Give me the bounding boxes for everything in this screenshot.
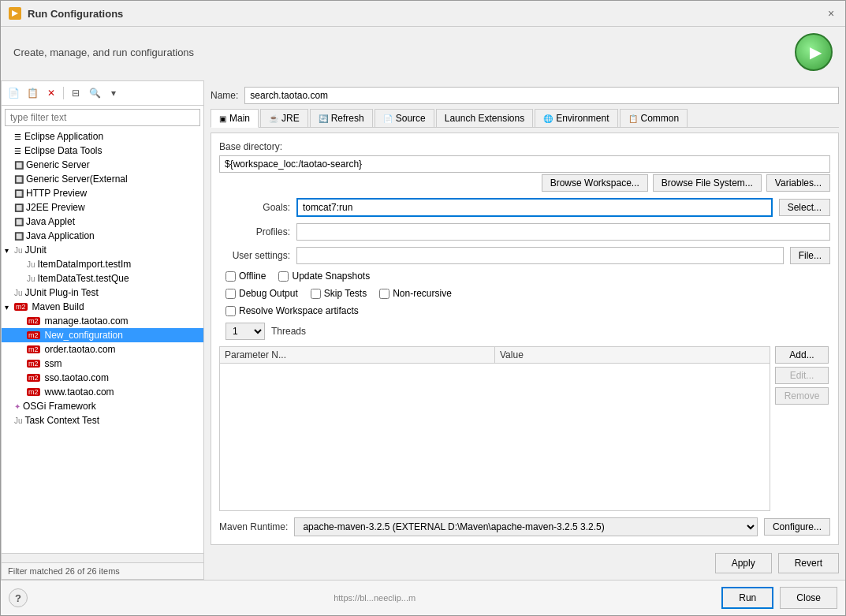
- tree-item-itemdatatest[interactable]: Ju ItemDataTest.testQue: [2, 271, 203, 286]
- update-snapshots-label: Update Snapshots: [292, 271, 370, 282]
- tree-item-www-taotao[interactable]: m2 www.taotao.com: [2, 385, 203, 399]
- debug-output-checkbox-label[interactable]: Debug Output: [225, 288, 298, 299]
- tree-item-label: www.taotao.com: [45, 386, 114, 398]
- new-config-button[interactable]: 📄: [5, 84, 22, 102]
- profiles-input[interactable]: [296, 223, 830, 241]
- tree-item-osgi-framework[interactable]: ✦ OSGi Framework: [2, 399, 203, 413]
- base-directory-input[interactable]: [219, 155, 830, 173]
- checkboxes-row-1: Offline Update Snapshots: [219, 271, 830, 282]
- resolve-workspace-checkbox-label[interactable]: Resolve Workspace artifacts: [225, 305, 359, 316]
- revert-button[interactable]: Revert: [778, 553, 839, 573]
- main-content: 📄 📋 ✕ ⊟ 🔍 ▾ ☰ Eclipse Application ☰: [1, 80, 845, 580]
- tree-item-junit-plugin[interactable]: Ju JUnit Plug-in Test: [2, 286, 203, 300]
- tree-item-eclipse-data[interactable]: ☰ Eclipse Data Tools: [2, 144, 203, 158]
- tab-jre[interactable]: ☕ JRE: [260, 109, 308, 127]
- close-window-button[interactable]: ×: [825, 7, 837, 20]
- run-button[interactable]: Run: [721, 587, 773, 609]
- tree-item-eclipse-app[interactable]: ☰ Eclipse Application: [2, 129, 203, 144]
- checkboxes-row-2: Debug Output Skip Tests Non-recursive: [219, 288, 830, 299]
- tree-item-new-configuration[interactable]: m2 New_configuration: [2, 328, 203, 342]
- browse-filesystem-button[interactable]: Browse File System...: [653, 174, 762, 192]
- maven-runtime-row: Maven Runtime: apache-maven-3.2.5 (EXTER…: [219, 517, 830, 536]
- tree-item-junit[interactable]: ▾ Ju JUnit: [2, 243, 203, 257]
- tree-item-label: OSGi Framework: [23, 401, 96, 412]
- user-settings-label: User settings:: [219, 250, 290, 261]
- help-button[interactable]: ?: [9, 588, 28, 607]
- offline-checkbox[interactable]: [225, 271, 236, 282]
- tab-common[interactable]: 📋 Common: [620, 109, 688, 127]
- filter-input[interactable]: [5, 109, 200, 126]
- skip-tests-checkbox-label[interactable]: Skip Tests: [311, 288, 367, 299]
- offline-label: Offline: [239, 271, 266, 282]
- window-title: Run Configurations: [28, 8, 825, 20]
- tree-item-label: HTTP Preview: [26, 188, 87, 199]
- goals-select-button[interactable]: Select...: [779, 199, 830, 216]
- horizontal-scrollbar[interactable]: [2, 553, 203, 562]
- tab-env-label: Environment: [556, 113, 609, 124]
- variables-button[interactable]: Variables...: [766, 174, 830, 192]
- tab-launch-extensions[interactable]: Launch Extensions: [436, 109, 533, 127]
- non-recursive-checkbox[interactable]: [379, 289, 389, 299]
- run-configurations-window: Run Configurations × Create, manage, and…: [0, 0, 846, 616]
- file-button[interactable]: File...: [790, 247, 830, 264]
- tree-item-generic-server[interactable]: 🔲 Generic Server: [2, 158, 203, 172]
- tree-item-sso-taotao[interactable]: m2 sso.taotao.com: [2, 371, 203, 385]
- item-icon: ✦: [14, 402, 20, 411]
- tree-item-itemdataimport[interactable]: Ju ItemDataImport.testIm: [2, 257, 203, 271]
- tab-source[interactable]: 📄 Source: [375, 109, 434, 127]
- close-button[interactable]: Close: [780, 587, 837, 609]
- tab-main[interactable]: ▣ Main: [211, 109, 259, 128]
- tree-item-generic-server-ext[interactable]: 🔲 Generic Server(External: [2, 172, 203, 186]
- user-settings-input[interactable]: [296, 247, 784, 264]
- update-snapshots-checkbox-label[interactable]: Update Snapshots: [278, 271, 370, 282]
- browse-workspace-button[interactable]: Browse Workspace...: [542, 174, 648, 192]
- tree-item-ssm[interactable]: m2 ssm: [2, 357, 203, 371]
- name-row: Name:: [211, 87, 839, 104]
- maven-runtime-select[interactable]: apache-maven-3.2.5 (EXTERNAL D:\Maven\ap…: [294, 517, 758, 536]
- dropdown-button[interactable]: ▾: [105, 84, 122, 102]
- debug-output-checkbox[interactable]: [225, 289, 236, 299]
- configure-button[interactable]: Configure...: [764, 518, 830, 536]
- left-toolbar: 📄 📋 ✕ ⊟ 🔍 ▾: [2, 81, 203, 106]
- config-tree: ☰ Eclipse Application ☰ Eclipse Data Too…: [2, 129, 203, 553]
- toolbar-separator: [63, 87, 64, 99]
- tree-item-java-applet[interactable]: 🔲 Java Applet: [2, 215, 203, 229]
- run-close-buttons: Run Close: [721, 587, 837, 609]
- remove-param-button[interactable]: Remove: [775, 387, 829, 405]
- tree-item-label: New_configuration: [45, 330, 123, 341]
- tree-item-j2ee-preview[interactable]: 🔲 J2EE Preview: [2, 200, 203, 215]
- item-icon: m2: [27, 331, 40, 339]
- tab-source-icon: 📄: [383, 114, 393, 123]
- tree-item-http-preview[interactable]: 🔲 HTTP Preview: [2, 186, 203, 200]
- threads-label: Threads: [271, 326, 306, 337]
- tree-item-maven-build[interactable]: ▾ m2 Maven Build: [2, 300, 203, 314]
- browse-buttons-row: Browse Workspace... Browse File System..…: [219, 174, 830, 192]
- tab-refresh[interactable]: 🔄 Refresh: [310, 109, 373, 127]
- add-param-button[interactable]: Add...: [775, 346, 829, 364]
- checkboxes-row-3: Resolve Workspace artifacts: [219, 305, 830, 316]
- non-recursive-checkbox-label[interactable]: Non-recursive: [379, 288, 452, 299]
- item-icon: ☰: [14, 147, 21, 155]
- skip-tests-checkbox[interactable]: [311, 289, 321, 299]
- filter-button[interactable]: ⊟: [67, 84, 84, 102]
- tree-item-task-context-test[interactable]: Ju Task Context Test: [2, 413, 203, 427]
- tree-item-label: manage.taotao.com: [45, 315, 129, 327]
- tree-item-order-taotao[interactable]: m2 order.taotao.com: [2, 342, 203, 357]
- edit-param-button[interactable]: Edit...: [775, 367, 829, 384]
- delete-config-button[interactable]: ✕: [43, 84, 60, 102]
- apply-button[interactable]: Apply: [715, 553, 772, 573]
- update-snapshots-checkbox[interactable]: [278, 271, 289, 282]
- resolve-workspace-checkbox[interactable]: [225, 306, 236, 316]
- tree-item-manage-taotao[interactable]: m2 manage.taotao.com: [2, 314, 203, 328]
- offline-checkbox-label[interactable]: Offline: [225, 271, 266, 282]
- tab-environment[interactable]: 🌐 Environment: [535, 109, 617, 127]
- name-input[interactable]: [244, 87, 839, 104]
- collapse-all-button[interactable]: 🔍: [86, 84, 103, 102]
- debug-output-label: Debug Output: [239, 288, 298, 299]
- threads-select[interactable]: 1 2 4: [225, 323, 265, 340]
- svg-marker-0: [12, 10, 18, 17]
- tree-item-java-application[interactable]: 🔲 Java Application: [2, 229, 203, 243]
- window-icon: [9, 7, 21, 20]
- copy-config-button[interactable]: 📋: [24, 84, 41, 102]
- goals-input[interactable]: [296, 198, 773, 217]
